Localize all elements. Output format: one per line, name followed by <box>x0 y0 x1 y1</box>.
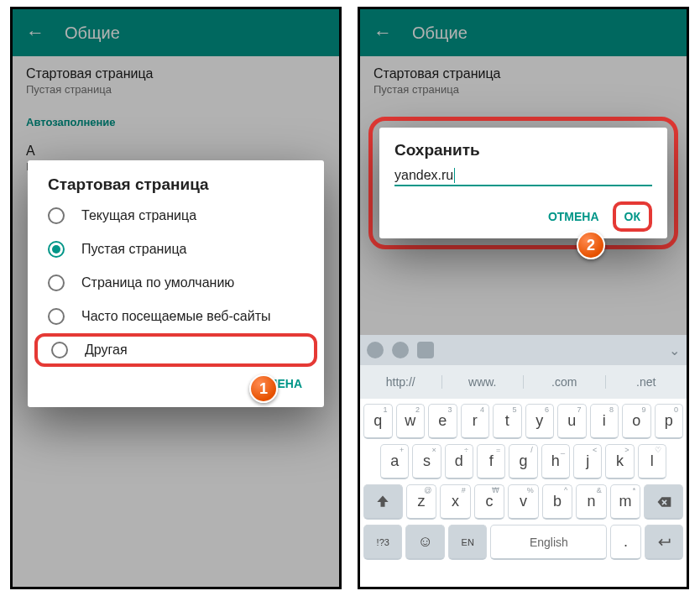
step-badge-1: 1 <box>249 374 278 403</box>
url-input[interactable]: yandex.ru <box>394 168 652 186</box>
keyboard: ⌄ http:// www. .com .net q1w2e3r4t5y6u7i… <box>360 335 687 587</box>
suggestion[interactable]: www. <box>441 375 524 389</box>
settings-icon[interactable] <box>367 342 384 358</box>
radio-option-blank[interactable]: Пустая страница <box>28 233 324 266</box>
key-r[interactable]: r4 <box>461 404 490 439</box>
phone-right: ← Общие Стартовая страница Пустая страни… <box>358 7 689 589</box>
key-h[interactable]: h_ <box>541 444 570 479</box>
key-o[interactable]: o9 <box>622 404 651 439</box>
key-l[interactable]: l♡ <box>638 444 666 479</box>
key-row-3: z@x#c₩v%b^n&m* <box>363 484 683 520</box>
key-enter[interactable] <box>645 525 683 560</box>
key-row-bottom: !?3 ☺ EN English . <box>363 525 683 560</box>
url-input-value: yandex.ru <box>394 168 453 183</box>
globe-icon[interactable] <box>392 342 409 358</box>
suggestion[interactable]: .com <box>523 375 605 389</box>
key-space[interactable]: English <box>490 525 607 560</box>
keyboard-suggestions: http:// www. .com .net <box>360 365 687 399</box>
radio-icon <box>51 342 68 358</box>
key-p[interactable]: p0 <box>655 404 684 439</box>
radio-icon <box>48 241 65 258</box>
dialog-title: Сохранить <box>394 141 652 159</box>
radio-option-other[interactable]: Другая <box>51 342 300 358</box>
highlight-other-option: Другая <box>34 333 317 367</box>
key-v[interactable]: v% <box>508 484 538 520</box>
key-emoji[interactable]: ☺ <box>405 525 444 560</box>
key-a[interactable]: a+ <box>380 444 409 479</box>
cancel-button[interactable]: ОТМЕНА <box>540 205 608 228</box>
key-symbols[interactable]: !?3 <box>363 525 402 560</box>
key-b[interactable]: b^ <box>542 484 572 520</box>
keyboard-toolbar: ⌄ <box>360 335 687 365</box>
suggestion[interactable]: .net <box>605 375 687 389</box>
key-g[interactable]: g/ <box>509 444 537 479</box>
chevron-down-icon[interactable]: ⌄ <box>669 342 680 358</box>
start-page-dialog: Стартовая страница Текущая страница Пуст… <box>28 160 324 407</box>
radio-label: Пустая страница <box>81 242 186 257</box>
key-u[interactable]: u7 <box>557 404 587 439</box>
key-m[interactable]: m* <box>610 484 640 520</box>
radio-option-default[interactable]: Страница по умолчанию <box>28 266 324 300</box>
highlight-save-dialog: Сохранить yandex.ru ОТМЕНА ОК <box>368 117 678 249</box>
key-e[interactable]: e3 <box>428 404 457 439</box>
card-icon[interactable] <box>417 342 434 358</box>
radio-label: Другая <box>85 342 128 358</box>
radio-label: Страница по умолчанию <box>81 275 234 290</box>
key-j[interactable]: j< <box>573 444 602 479</box>
keyboard-rows: q1w2e3r4t5y6u7i8o9p0 a+s×d÷f=g/h_j<k>l♡ … <box>360 399 687 568</box>
key-c[interactable]: c₩ <box>474 484 504 520</box>
key-t[interactable]: t5 <box>493 404 522 439</box>
phone-left: ← Общие Стартовая страница Пустая страни… <box>10 7 342 589</box>
dialog-title: Стартовая страница <box>28 175 324 199</box>
radio-icon <box>48 274 65 291</box>
key-s[interactable]: s× <box>412 444 441 479</box>
key-x[interactable]: x# <box>440 484 470 520</box>
key-f[interactable]: f= <box>477 444 505 479</box>
dialog-actions: ОТМЕНА <box>28 367 324 397</box>
text-cursor <box>454 168 455 183</box>
key-n[interactable]: n& <box>576 484 606 520</box>
radio-label: Текущая страница <box>81 208 196 223</box>
radio-label: Часто посещаемые веб-сайты <box>81 309 271 324</box>
ok-button[interactable]: ОК <box>613 201 652 232</box>
key-row-1: q1w2e3r4t5y6u7i8o9p0 <box>363 404 683 439</box>
key-i[interactable]: i8 <box>590 404 619 439</box>
step-badge-2: 2 <box>577 231 605 259</box>
radio-option-frequent[interactable]: Часто посещаемые веб-сайты <box>28 300 324 333</box>
key-row-2: a+s×d÷f=g/h_j<k>l♡ <box>363 444 683 479</box>
radio-option-current[interactable]: Текущая страница <box>28 199 324 233</box>
key-w[interactable]: w2 <box>396 404 426 439</box>
key-y[interactable]: y6 <box>525 404 555 439</box>
dialog-actions: ОТМЕНА ОК <box>394 201 652 232</box>
key-shift[interactable] <box>363 484 403 520</box>
suggestion[interactable]: http:// <box>360 375 441 389</box>
radio-icon <box>48 207 65 224</box>
key-k[interactable]: k> <box>605 444 634 479</box>
save-dialog: Сохранить yandex.ru ОТМЕНА ОК <box>379 128 667 238</box>
key-z[interactable]: z@ <box>406 484 436 520</box>
key-q[interactable]: q1 <box>363 404 393 439</box>
backspace-icon <box>656 494 672 510</box>
radio-icon <box>48 308 65 325</box>
shift-icon <box>374 494 391 510</box>
key-language[interactable]: EN <box>448 525 487 560</box>
key-d[interactable]: d÷ <box>445 444 473 479</box>
enter-icon <box>656 534 672 551</box>
key-period[interactable]: . <box>610 525 640 560</box>
key-backspace[interactable] <box>644 484 683 520</box>
